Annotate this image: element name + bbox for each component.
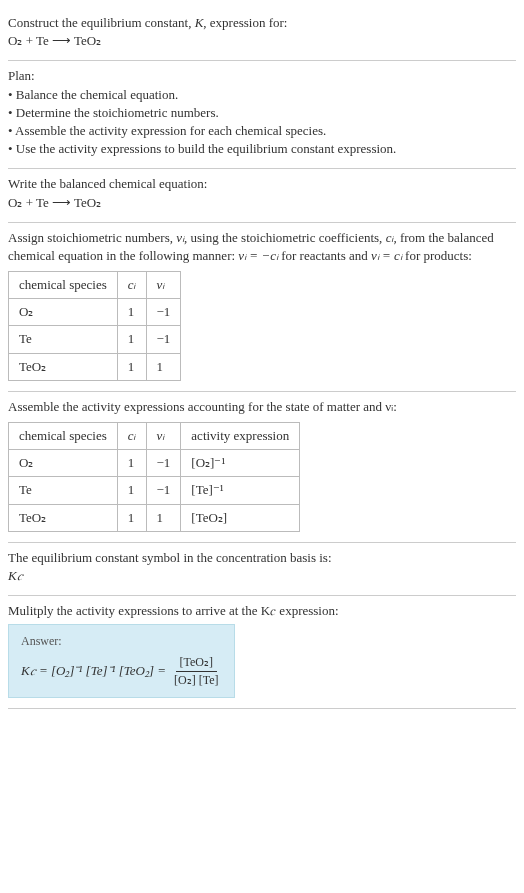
frac-denominator: [O₂] [Te] [170, 672, 222, 689]
plan-bullet: • Assemble the activity expression for e… [8, 122, 516, 140]
th-species: chemical species [9, 423, 118, 450]
balanced-title: Write the balanced chemical equation: [8, 175, 516, 193]
table-header-row: chemical species cᵢ νᵢ activity expressi… [9, 423, 300, 450]
assign-nu: νᵢ [176, 230, 184, 245]
cell-n: 1 [146, 353, 181, 380]
table-row: O₂ 1 −1 [9, 299, 181, 326]
section-basis: The equilibrium constant symbol in the c… [8, 543, 516, 596]
th-ci: cᵢ [117, 272, 146, 299]
table-row: O₂ 1 −1 [O₂]⁻¹ [9, 450, 300, 477]
plan-bullet: • Use the activity expressions to build … [8, 140, 516, 158]
balanced-equation: O₂ + Te ⟶ TeO₂ [8, 194, 516, 212]
cell-activity: [Te]⁻¹ [181, 477, 300, 504]
multiply-line: Mulitply the activity expressions to arr… [8, 602, 516, 620]
cell-species: O₂ [9, 450, 118, 477]
answer-expression: K𝑐 = [O₂]⁻¹ [Te]⁻¹ [TeO₂] = [TeO₂] [O₂] … [21, 654, 222, 689]
th-nu: νᵢ [146, 423, 181, 450]
table-header-row: chemical species cᵢ νᵢ [9, 272, 181, 299]
cell-n: −1 [146, 299, 181, 326]
frac-numerator: [TeO₂] [176, 654, 217, 672]
assemble-title: Assemble the activity expressions accoun… [8, 398, 516, 416]
basis-line: The equilibrium constant symbol in the c… [8, 549, 516, 567]
answer-box: Answer: K𝑐 = [O₂]⁻¹ [Te]⁻¹ [TeO₂] = [TeO… [8, 624, 235, 697]
cell-n: −1 [146, 326, 181, 353]
cell-species: TeO₂ [9, 504, 118, 531]
th-nu: νᵢ [146, 272, 181, 299]
answer-fraction: [TeO₂] [O₂] [Te] [170, 654, 222, 689]
cell-n: −1 [146, 450, 181, 477]
assign-text: Assign stoichiometric numbers, νᵢ, using… [8, 229, 516, 265]
section-assign: Assign stoichiometric numbers, νᵢ, using… [8, 223, 516, 392]
section-balanced: Write the balanced chemical equation: O₂… [8, 169, 516, 222]
cell-c: 1 [117, 326, 146, 353]
cell-c: 1 [117, 504, 146, 531]
section-plan: Plan: • Balance the chemical equation. •… [8, 61, 516, 169]
cell-c: 1 [117, 299, 146, 326]
th-activity: activity expression [181, 423, 300, 450]
table-row: TeO₂ 1 1 [9, 353, 181, 380]
assign-r1: νᵢ = −cᵢ [238, 248, 278, 263]
table-row: TeO₂ 1 1 [TeO₂] [9, 504, 300, 531]
cell-c: 1 [117, 353, 146, 380]
intro-line1: Construct the equilibrium constant, [8, 15, 195, 30]
answer-label: Answer: [21, 633, 222, 650]
assign-t1: Assign stoichiometric numbers, [8, 230, 176, 245]
table-row: Te 1 −1 [Te]⁻¹ [9, 477, 300, 504]
cell-species: O₂ [9, 299, 118, 326]
intro-line1b: , expression for: [203, 15, 287, 30]
cell-c: 1 [117, 450, 146, 477]
cell-n: 1 [146, 504, 181, 531]
assign-r2: νᵢ = cᵢ [371, 248, 402, 263]
section-intro: Construct the equilibrium constant, K, e… [8, 8, 516, 61]
cell-activity: [O₂]⁻¹ [181, 450, 300, 477]
activity-table: chemical species cᵢ νᵢ activity expressi… [8, 422, 300, 532]
cell-species: Te [9, 477, 118, 504]
assign-t4: for reactants and [278, 248, 371, 263]
assign-t5: for products: [402, 248, 472, 263]
th-ci: cᵢ [117, 423, 146, 450]
plan-bullet: • Balance the chemical equation. [8, 86, 516, 104]
cell-species: TeO₂ [9, 353, 118, 380]
assign-t2: , using the stoichiometric coefficients, [184, 230, 386, 245]
stoich-table: chemical species cᵢ νᵢ O₂ 1 −1 Te 1 −1 T… [8, 271, 181, 381]
table-row: Te 1 −1 [9, 326, 181, 353]
kc-symbol: K𝑐 [8, 567, 516, 585]
cell-c: 1 [117, 477, 146, 504]
intro-equation: O₂ + Te ⟶ TeO₂ [8, 32, 516, 50]
cell-activity: [TeO₂] [181, 504, 300, 531]
section-assemble: Assemble the activity expressions accoun… [8, 392, 516, 543]
plan-title: Plan: [8, 67, 516, 85]
section-multiply: Mulitply the activity expressions to arr… [8, 596, 516, 709]
plan-bullet: • Determine the stoichiometric numbers. [8, 104, 516, 122]
cell-species: Te [9, 326, 118, 353]
answer-lhs: K𝑐 = [O₂]⁻¹ [Te]⁻¹ [TeO₂] = [21, 662, 166, 680]
th-species: chemical species [9, 272, 118, 299]
cell-n: −1 [146, 477, 181, 504]
intro-text: Construct the equilibrium constant, K, e… [8, 14, 516, 32]
